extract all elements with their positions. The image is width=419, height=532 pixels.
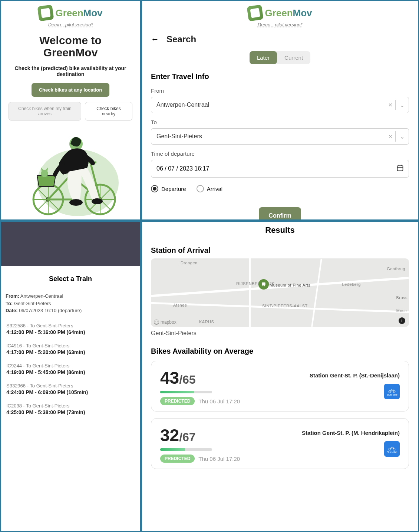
train-time: 4:19:00 PM - 5:45:00 PM (86min) xyxy=(6,369,135,375)
time-of-departure-label: Time of departure xyxy=(151,151,409,157)
train-item[interactable]: IC4916 - To Gent-Sint-Pieters4:17:00 PM … xyxy=(1,339,140,359)
search-title: Search xyxy=(166,34,196,44)
map-label: SINT-PIETERS-AALST xyxy=(262,304,308,308)
predicted-tag: PREDICTED xyxy=(160,397,195,405)
meta-from: Antwerpen-Centraal xyxy=(20,293,63,299)
train-time: 4:24:00 PM - 6:09:00 PM (105min) xyxy=(6,389,135,395)
logo-cube-icon xyxy=(247,4,264,21)
train-code: IC4916 - To Gent-Sint-Pieters xyxy=(6,343,135,348)
datetime-input[interactable] xyxy=(151,160,409,178)
map-label: Bruss xyxy=(396,295,408,300)
train-item[interactable]: IC2038 - To Gent-Sint-Pieters4:25:00 PM … xyxy=(1,399,140,419)
train-item[interactable]: S332966 - To Gent-Sint-Pieters4:24:00 PM… xyxy=(1,379,140,399)
svg-point-13 xyxy=(41,170,48,177)
to-chevron-down-icon[interactable]: ⌄ xyxy=(400,133,405,140)
map-label: Afsnee xyxy=(173,303,187,307)
arrival-station-name: Gent-Sint-Pieters xyxy=(151,330,409,337)
check-train-arrives-button[interactable]: Check bikes when my train arrives xyxy=(9,102,81,120)
welcome-subtitle: Check the (predicted) bike availability … xyxy=(9,65,132,77)
map-label: Mosc xyxy=(396,308,407,313)
map-label: RIJSENBERGWIJK xyxy=(236,281,275,286)
map-info-icon[interactable]: i xyxy=(399,317,405,324)
train-code: S332966 - To Gent-Sint-Pieters xyxy=(6,383,135,389)
welcome-heading: Welcome toGreenMov xyxy=(9,34,132,59)
to-input[interactable] xyxy=(151,128,409,145)
map-label: Drongen xyxy=(181,261,198,265)
logo: GreenMov xyxy=(9,6,132,20)
logo: GreenMov xyxy=(142,6,418,20)
total-count: 67 xyxy=(182,430,196,444)
availability-bar xyxy=(160,391,212,393)
svg-rect-17 xyxy=(397,166,403,171)
train-code: IC2038 - To Gent-Sint-Pieters xyxy=(6,403,135,409)
logo-cube-icon xyxy=(37,4,54,21)
availability-card[interactable]: 32/67 PREDICTEDThu 06 Jul 17:20 Station … xyxy=(151,418,409,469)
time-toggle: Later Current xyxy=(250,51,310,64)
prediction-time: Thu 06 Jul 17:20 xyxy=(198,456,240,462)
check-any-location-button[interactable]: Check bikes at any location xyxy=(32,83,110,97)
train-item[interactable]: IC9244 - To Gent-Sint-Pieters4:19:00 PM … xyxy=(1,359,140,379)
radio-dot-selected-icon xyxy=(151,185,158,192)
demo-version-label[interactable]: Demo - pilot version* xyxy=(142,22,418,27)
map-label: Museum of Fine Arts xyxy=(270,283,310,287)
mapbox-attribution[interactable]: ◯mapbox xyxy=(154,320,176,325)
station-of-arrival-heading: Station of Arrival xyxy=(151,246,409,255)
bike-illustration xyxy=(9,127,132,216)
logo-text-mov: Mov xyxy=(83,7,103,19)
bluebike-provider-icon: Blue-bike xyxy=(384,441,400,457)
predicted-tag: PREDICTED xyxy=(160,455,195,463)
from-input[interactable] xyxy=(151,97,409,113)
radio-dot-icon xyxy=(197,185,204,192)
train-time: 4:12:00 PM - 5:16:00 PM (64min) xyxy=(6,329,135,335)
train-code: S322586 - To Gent-Sint-Pieters xyxy=(6,323,135,328)
svg-rect-21 xyxy=(262,282,265,285)
back-arrow-icon[interactable]: ← xyxy=(151,34,159,44)
meta-to: Gent-Sint-Pieters xyxy=(14,301,51,306)
bikes-availability-heading: Bikes Availability on Average xyxy=(151,347,409,356)
check-nearby-button[interactable]: Check bikes nearby xyxy=(85,102,132,120)
map[interactable]: Drongen RIJSENBERGWIJK Museum of Fine Ar… xyxy=(151,258,409,327)
results-heading: Results xyxy=(151,225,409,235)
demo-version-label[interactable]: Demo - pilot version* xyxy=(9,22,132,27)
availability-bar xyxy=(160,448,212,451)
available-count: 32 xyxy=(160,426,179,445)
map-label: Gentbrug xyxy=(387,267,405,271)
available-count: 43 xyxy=(160,368,179,387)
map-label: Ledeberg xyxy=(342,282,361,287)
from-chevron-down-icon[interactable]: ⌄ xyxy=(400,102,405,109)
from-label: From xyxy=(151,87,409,94)
svg-point-16 xyxy=(92,198,103,204)
select-train-heading: Select a Train xyxy=(1,275,140,283)
from-clear-icon[interactable]: ✕ xyxy=(388,102,393,108)
station-pin-icon[interactable] xyxy=(258,279,269,290)
to-clear-icon[interactable]: ✕ xyxy=(388,133,393,139)
train-time: 4:25:00 PM - 5:38:00 PM (73min) xyxy=(6,409,135,415)
train-time: 4:17:00 PM - 5:20:00 PM (63min) xyxy=(6,349,135,355)
logo-text-green: Green xyxy=(55,7,83,19)
total-count: 65 xyxy=(182,373,196,386)
calendar-icon[interactable] xyxy=(396,164,404,173)
station-name-label: Station Gent-St. P. (St.-Denijslaan) xyxy=(310,372,400,379)
station-name-label: Station Gent-St. P. (M. Hendrikaplein) xyxy=(302,430,400,436)
availability-card[interactable]: 43/65 PREDICTEDThu 06 Jul 17:20 Station … xyxy=(151,361,409,412)
dark-header-region xyxy=(1,222,140,266)
svg-point-23 xyxy=(264,285,265,287)
enter-travel-info-heading: Enter Travel Info xyxy=(151,72,409,81)
train-item[interactable]: S322586 - To Gent-Sint-Pieters4:12:00 PM… xyxy=(1,319,140,339)
radio-arrival[interactable]: Arrival xyxy=(197,185,223,192)
confirm-button[interactable]: Confirm xyxy=(259,207,301,221)
toggle-current[interactable]: Current xyxy=(277,51,310,64)
svg-point-22 xyxy=(263,285,264,287)
toggle-later[interactable]: Later xyxy=(250,51,277,64)
train-code: IC9244 - To Gent-Sint-Pieters xyxy=(6,363,135,369)
radio-departure[interactable]: Departure xyxy=(151,185,186,192)
meta-date: 06/07/2023 16:10 (departure) xyxy=(19,308,82,313)
bluebike-provider-icon: Blue-bike xyxy=(384,384,400,399)
svg-point-15 xyxy=(69,199,83,206)
prediction-time: Thu 06 Jul 17:20 xyxy=(198,398,240,404)
to-label: To xyxy=(151,119,409,125)
map-label: KARUS xyxy=(199,320,214,324)
